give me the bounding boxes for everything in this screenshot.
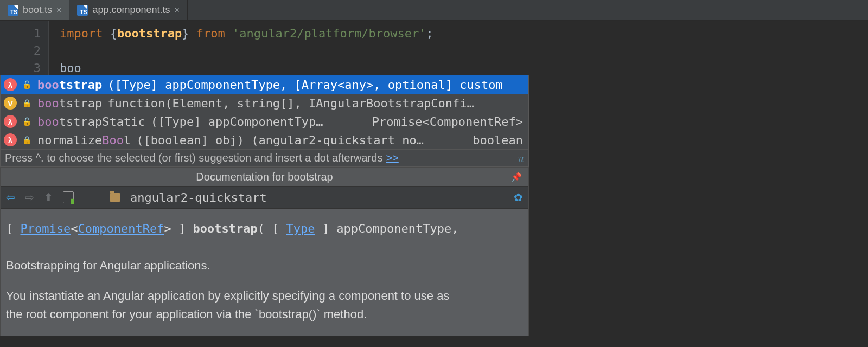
visibility-open-icon: 🔓 bbox=[22, 80, 32, 89]
tab-app-component-ts[interactable]: app.component.ts × bbox=[69, 0, 187, 20]
lambda-icon: λ bbox=[4, 115, 17, 128]
doc-package-name: angular2-quickstart bbox=[130, 191, 267, 204]
doc-link-type[interactable]: Type bbox=[286, 222, 315, 235]
doc-title-text: Documentation for bootstrap bbox=[196, 171, 333, 183]
editor-tabs: boot.ts × app.component.ts × bbox=[0, 0, 868, 21]
completion-name: bootstrap bbox=[37, 78, 102, 92]
completion-signature: ([boolean] obj) (angular2-quickstart no… bbox=[136, 133, 467, 147]
completion-return-type: boolean bbox=[473, 133, 523, 147]
up-icon: ⬆ bbox=[44, 191, 53, 204]
completion-item[interactable]: V 🔒 bootstrap function(Element, string[]… bbox=[1, 94, 528, 112]
quick-documentation-panel: Documentation for bootstrap 📌 ⇦ ⇨ ⬆ angu… bbox=[0, 167, 529, 336]
code-completion-popup: λ 🔓 bootstrap ([Type] appComponentType, … bbox=[0, 75, 529, 167]
close-icon[interactable]: × bbox=[56, 5, 61, 15]
variable-icon: V bbox=[4, 97, 17, 110]
line-gutter: 123 bbox=[0, 21, 49, 75]
tab-label: app.component.ts bbox=[92, 4, 170, 16]
doc-title-bar: Documentation for bootstrap 📌 bbox=[1, 168, 528, 186]
completion-hint-text: Press ^. to choose the selected (or firs… bbox=[5, 152, 382, 164]
completion-item[interactable]: λ 🔓 bootstrapStatic ([Type] appComponent… bbox=[1, 112, 528, 131]
visibility-locked-icon: 🔒 bbox=[22, 99, 32, 107]
doc-link-promise[interactable]: Promise bbox=[21, 222, 71, 235]
tab-boot-ts[interactable]: boot.ts × bbox=[0, 0, 69, 20]
completion-item[interactable]: λ 🔒 normalizeBool ([boolean] obj) (angul… bbox=[1, 131, 528, 149]
back-icon[interactable]: ⇦ bbox=[6, 191, 15, 204]
code-editor[interactable]: 123 import {bootstrap} from 'angular2/pl… bbox=[0, 21, 868, 75]
visibility-open-icon: 🔓 bbox=[22, 117, 32, 126]
completion-signature: ([Type] appComponentTyp… bbox=[151, 115, 367, 128]
doc-paragraph: Bootstrapping for Angular applications. bbox=[6, 256, 523, 275]
completion-name: bootstrapStatic bbox=[37, 115, 145, 128]
completion-hint-bar: Press ^. to choose the selected (or firs… bbox=[1, 149, 528, 166]
folder-icon bbox=[110, 193, 120, 202]
edit-source-icon[interactable] bbox=[63, 191, 74, 203]
pi-icon[interactable]: π bbox=[518, 151, 524, 165]
doc-signature: [ Promise<ComponentRef> ] bootstrap( [ T… bbox=[6, 220, 523, 238]
completion-item[interactable]: λ 🔓 bootstrap ([Type] appComponentType, … bbox=[1, 75, 528, 94]
completion-name: normalizeBool bbox=[37, 133, 131, 147]
code-area[interactable]: import {bootstrap} from 'angular2/platfo… bbox=[49, 21, 433, 75]
doc-toolbar: ⇦ ⇨ ⬆ angular2-quickstart ✿ bbox=[1, 186, 528, 209]
typescript-file-icon bbox=[8, 5, 18, 16]
completion-signature: ([Type] appComponentType, [Array<any>, o… bbox=[107, 78, 523, 92]
completion-name: bootstrap bbox=[37, 97, 102, 110]
gear-icon[interactable]: ✿ bbox=[514, 191, 523, 204]
visibility-locked-icon: 🔒 bbox=[22, 136, 32, 144]
completion-hint-link[interactable]: >> bbox=[386, 152, 398, 164]
lambda-icon: λ bbox=[4, 78, 17, 91]
tab-label: boot.ts bbox=[23, 4, 52, 16]
lambda-icon: λ bbox=[4, 133, 17, 146]
completion-return-type: Promise<ComponentRef> bbox=[372, 115, 523, 128]
close-icon[interactable]: × bbox=[175, 5, 180, 15]
pin-icon[interactable]: 📌 bbox=[511, 172, 522, 182]
forward-icon: ⇨ bbox=[25, 191, 34, 204]
typescript-file-icon bbox=[77, 5, 88, 16]
doc-paragraph: You instantiate an Angular application b… bbox=[6, 287, 456, 324]
doc-link-componentref[interactable]: ComponentRef bbox=[78, 222, 164, 235]
completion-signature: function(Element, string[], IAngularBoot… bbox=[107, 97, 523, 110]
doc-body[interactable]: [ Promise<ComponentRef> ] bootstrap( [ T… bbox=[1, 209, 528, 336]
